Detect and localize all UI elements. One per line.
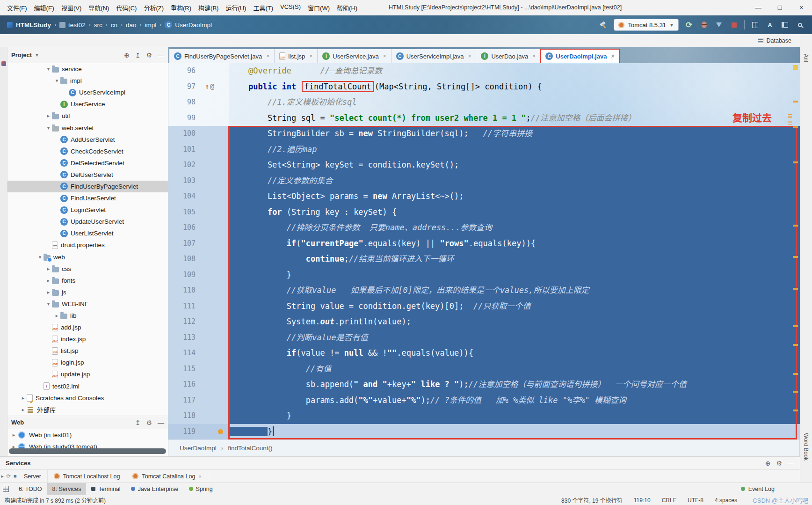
code-editor[interactable]: 96 @Override // 查询总记录数97↑@ public int fi… (168, 63, 800, 439)
code-line-114[interactable]: 114 if(value != null && !"".equals(value… (168, 345, 800, 361)
gear-icon[interactable]: ⚙ (146, 51, 152, 59)
tree-expand-arrow[interactable]: ▸ (45, 289, 52, 295)
tree-item-fonts[interactable]: ▸fonts (7, 275, 168, 286)
breadcrumb-method[interactable]: findTotalCount() (228, 445, 272, 452)
event-log-button[interactable]: Event Log (741, 486, 812, 492)
run-config-selector[interactable]: Tomcat 8.5.31 ▼ (614, 19, 679, 31)
code-line-111[interactable]: 111 String value = condition.get(key)[0]… (168, 299, 800, 315)
menu-窗口-w[interactable]: 窗口(W) (304, 1, 333, 14)
tree-expand-arrow[interactable]: ▸ (53, 313, 60, 319)
tree-collapse-arrow[interactable]: ▾ (53, 78, 60, 84)
minimize-button[interactable]: — (747, 0, 769, 15)
tree-collapse-arrow[interactable]: ▾ (45, 66, 52, 72)
bookmark-icon[interactable] (218, 429, 223, 434)
tool-button-spring[interactable]: Spring (184, 483, 218, 495)
indent-setting[interactable]: 4 spaces (715, 497, 737, 504)
tree-collapse-arrow[interactable]: ▾ (36, 254, 44, 260)
tree-item-loginservlet[interactable]: CLoginServlet (7, 204, 168, 216)
tree-item-update-jsp[interactable]: JSPupdate.jsp (7, 368, 168, 380)
tree-expand-arrow[interactable]: ▸ (20, 407, 27, 413)
code-line-104[interactable]: 104 List<Object> params = new ArrayList<… (168, 189, 800, 205)
tree-expand-arrow[interactable]: ▸ (45, 266, 52, 272)
hide-panel-icon[interactable]: — (788, 460, 794, 467)
run-icon[interactable]: ▸ (1, 473, 4, 479)
gear-icon[interactable]: ⚙ (146, 419, 152, 426)
menu-视图-v[interactable]: 视图(V) (58, 1, 85, 14)
breadcrumb-item-dao[interactable]: dao (124, 21, 138, 29)
stop-small-icon[interactable]: ■ (14, 473, 17, 479)
error-stripe-marker[interactable] (793, 101, 798, 102)
horizontal-scrollbar[interactable] (9, 448, 166, 454)
tree-item-util[interactable]: ▸util (7, 110, 168, 122)
tree-item-index-jsp[interactable]: JSPindex.jsp (7, 333, 168, 345)
tree-item-userservice[interactable]: IUserService (7, 98, 168, 110)
refresh-icon[interactable]: ⟳ (7, 473, 11, 479)
error-stripe-marker[interactable] (793, 126, 798, 128)
code-line-99[interactable]: 99 String sql = "select count(*) from us… (168, 110, 800, 126)
menu-vcs-s[interactable]: VCS(S) (277, 1, 304, 14)
error-stripe-marker[interactable] (793, 373, 798, 375)
database-tool-button[interactable]: Database (758, 37, 791, 44)
tree-item-impl[interactable]: ▾impl (7, 75, 168, 87)
code-line-101[interactable]: 101 //2.遍历map (168, 142, 800, 158)
tree-expand-arrow[interactable]: ▸ (10, 432, 17, 438)
error-stripe-top-marker[interactable] (793, 65, 798, 70)
tree-expand-arrow[interactable]: ▸ (20, 395, 27, 401)
menu-构建-b[interactable]: 构建(B) (195, 1, 222, 14)
menu-工具-t[interactable]: 工具(T) (250, 1, 276, 14)
tree-collapse-arrow[interactable]: ▾ (45, 301, 52, 307)
code-line-113[interactable]: 113 //判断value是否有值 (168, 330, 800, 346)
build-hammer-icon[interactable] (599, 20, 608, 29)
tree-item-list-jsp[interactable]: JSPlist.jsp (7, 345, 168, 357)
code-line-96[interactable]: 96 @Override // 查询总记录数 (168, 63, 800, 79)
locate-icon[interactable]: ⊕ (124, 51, 130, 59)
close-button[interactable]: × (790, 0, 812, 15)
tree-item-lib[interactable]: ▸lib (7, 310, 168, 322)
tree-item-druid-properties[interactable]: druid.properties (7, 239, 168, 251)
error-stripe-marker[interactable] (793, 225, 798, 227)
tab-close-icon[interactable]: × (266, 53, 269, 59)
breadcrumb-item-src[interactable]: src (93, 21, 104, 29)
tree-item-scratches-and-consoles[interactable]: ▸Scratches and Consoles (7, 392, 168, 404)
code-line-119[interactable]: 119 } (168, 424, 800, 440)
tree-item-userserviceimpl[interactable]: CUserServiceImpl (7, 87, 168, 98)
debug-icon[interactable] (699, 20, 709, 29)
tree-item-checkcodeservlet[interactable]: CCheckCodeServlet (7, 146, 168, 157)
tool-window-icon[interactable] (780, 20, 790, 29)
tree-item-js[interactable]: ▸js (7, 286, 168, 298)
error-stripe-marker[interactable] (793, 256, 798, 258)
tree-item-adduserservlet[interactable]: CAddUserServlet (7, 134, 168, 146)
code-line-102[interactable]: 102 Set<String> keySet = condition.keySe… (168, 157, 800, 173)
tree-item-test02-iml[interactable]: itest02.iml (7, 381, 168, 392)
breadcrumb-item-userdaoimpl[interactable]: CUserDaoImpl (163, 20, 213, 29)
breadcrumb-item-impl[interactable]: impl (144, 21, 158, 29)
code-line-112[interactable]: 112 System.out.println(value); (168, 314, 800, 330)
editor-tab-userserviceimpl-java[interactable]: CUserServiceImpl.java× (392, 49, 477, 63)
error-stripe-marker[interactable] (793, 410, 798, 411)
breadcrumb-file[interactable]: UserDaoImpl (180, 445, 217, 452)
services-tab-server[interactable]: Server (18, 470, 48, 483)
tree-item-finduserservlet[interactable]: CFindUserServlet (7, 192, 168, 204)
line-separator[interactable]: CRLF (662, 497, 676, 504)
menu-代码-c[interactable]: 代码(C) (113, 1, 140, 14)
error-stripe-marker[interactable] (793, 161, 798, 163)
editor-tab-userdaoimpl-java[interactable]: CUserDaoImpl.java× (541, 49, 619, 63)
tree-item-updateuserservlet[interactable]: CUpdateUserServlet (7, 216, 168, 227)
breadcrumb-item-htmlstudy[interactable]: HTMLStudy (6, 21, 52, 29)
editor-tab-list-jsp[interactable]: JSPlist.jsp× (275, 49, 318, 63)
services-tab-tomcat-catalina-log[interactable]: Tomcat Catalina Log× (126, 470, 208, 483)
translate-icon[interactable]: A (765, 20, 775, 29)
menu-分析-z[interactable]: 分析(Z) (140, 1, 167, 14)
ant-tool-button[interactable]: Ant (803, 54, 809, 62)
menu-导航-n[interactable]: 导航(N) (85, 1, 112, 14)
menu-运行-u[interactable]: 运行(U) (222, 1, 249, 14)
editor-tab-finduserbypageservlet-java[interactable]: CFindUserByPageServlet.java× (169, 49, 275, 63)
maximize-button[interactable]: □ (769, 0, 790, 15)
tree-collapse-arrow[interactable]: ▾ (45, 125, 52, 131)
tab-close-icon[interactable]: × (383, 53, 386, 59)
tool-button-8-services[interactable]: 8: Services (47, 483, 87, 495)
rerun-icon[interactable]: ⟳ (684, 20, 694, 29)
collapse-all-icon[interactable]: ↥ (135, 419, 141, 426)
file-encoding[interactable]: UTF-8 (688, 497, 703, 504)
code-line-110[interactable]: 110 //获取value 如果最后不加[0]限定，出来的结果是一个values… (168, 283, 800, 299)
